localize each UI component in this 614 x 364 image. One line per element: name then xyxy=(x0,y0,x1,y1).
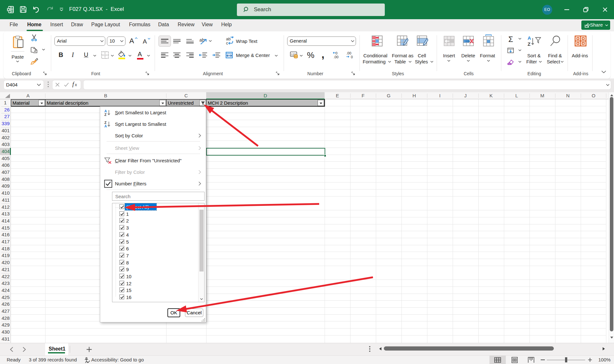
svg-text:c: c xyxy=(226,41,228,45)
svg-text:0: 0 xyxy=(351,55,353,59)
svg-text:A: A xyxy=(104,124,107,128)
svg-text:Z: Z xyxy=(528,41,530,46)
svg-text:A: A xyxy=(528,36,531,41)
svg-text:0: 0 xyxy=(335,51,337,55)
svg-text:.00: .00 xyxy=(346,51,351,55)
svg-text:Z: Z xyxy=(104,113,107,116)
svg-text:.00: .00 xyxy=(334,55,338,59)
